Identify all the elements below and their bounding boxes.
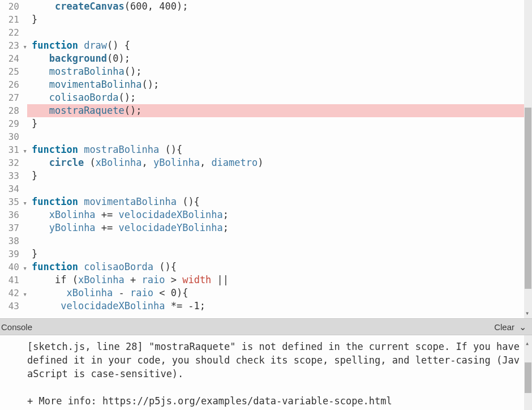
code-line[interactable]: 29} xyxy=(0,117,532,130)
gutter-line-number[interactable]: 25 xyxy=(0,65,27,78)
gutter-line-number[interactable]: 30 xyxy=(0,130,27,143)
fold-arrow-icon[interactable]: ▾ xyxy=(23,288,27,301)
fold-arrow-icon[interactable]: ▾ xyxy=(23,262,27,275)
scroll-down-icon[interactable]: ▾ xyxy=(525,309,529,317)
console-title: Console xyxy=(1,322,32,332)
gutter-line-number[interactable]: 36 xyxy=(0,208,27,221)
code-line[interactable]: 34 xyxy=(0,182,532,195)
code-content[interactable]: } xyxy=(27,169,532,182)
code-content[interactable]: mostraRaquete(); xyxy=(27,104,532,117)
code-content[interactable]: } xyxy=(27,247,532,260)
code-content[interactable]: circle (xBolinha, yBolinha, diametro) xyxy=(27,156,532,169)
gutter-line-number[interactable]: 33 xyxy=(0,169,27,182)
code-content[interactable]: function colisaoBorda (){ xyxy=(27,260,532,274)
gutter-line-number[interactable]: 32 xyxy=(0,156,27,169)
code-content[interactable]: xBolinha - raio < 0){ xyxy=(27,287,532,300)
code-line[interactable]: 36 xBolinha += velocidadeXBolinha; xyxy=(0,208,532,221)
code-content[interactable]: } xyxy=(27,117,532,130)
code-line[interactable]: 42▾ xBolinha - raio < 0){ xyxy=(0,287,532,300)
code-line[interactable]: 30 xyxy=(0,130,532,143)
gutter-line-number[interactable]: 23▾ xyxy=(0,39,27,52)
code-line[interactable]: 33} xyxy=(0,169,532,182)
gutter-line-number[interactable]: 43 xyxy=(0,300,27,313)
editor-scrollbar[interactable]: ▾ xyxy=(524,0,532,318)
gutter-line-number[interactable]: 34 xyxy=(0,182,27,195)
code-line[interactable]: 41 if (xBolinha + raio > width || xyxy=(0,274,532,287)
fold-arrow-icon[interactable]: ▾ xyxy=(23,197,27,210)
editor-pane: 20 createCanvas(600, 400);21}2223▾functi… xyxy=(0,0,532,318)
console-scrollbar[interactable]: ▴ xyxy=(524,335,532,410)
gutter-line-number[interactable]: 20 xyxy=(0,0,27,13)
scrollbar-thumb[interactable] xyxy=(525,362,531,393)
code-content[interactable]: colisaoBorda(); xyxy=(27,91,532,104)
console-header: Console Clear ⌄ xyxy=(0,318,532,335)
gutter-line-number[interactable]: 35▾ xyxy=(0,195,27,208)
code-line[interactable]: 21} xyxy=(0,13,532,26)
console-clear-button[interactable]: Clear xyxy=(494,322,514,332)
code-line[interactable]: 43 velocidadeXBolinha *= -1; xyxy=(0,300,532,313)
code-line[interactable]: 22 xyxy=(0,26,532,39)
code-line[interactable]: 28 mostraRaquete(); xyxy=(0,104,532,117)
code-content[interactable]: xBolinha += velocidadeXBolinha; xyxy=(27,208,532,221)
code-line[interactable]: 31▾function mostraBolinha (){ xyxy=(0,143,532,156)
fold-arrow-icon[interactable]: ▾ xyxy=(23,144,27,157)
console-body[interactable]: [sketch.js, line 28] "mostraRaquete" is … xyxy=(0,335,532,410)
fold-arrow-icon[interactable]: ▾ xyxy=(23,40,27,53)
code-line[interactable]: 35▾function movimentaBolinha (){ xyxy=(0,195,532,208)
console-toggle-icon[interactable]: ⌄ xyxy=(519,322,526,332)
gutter-line-number[interactable]: 24 xyxy=(0,52,27,65)
code-line[interactable]: 40▾function colisaoBorda (){ xyxy=(0,260,532,274)
code-content[interactable]: function mostraBolinha (){ xyxy=(27,143,532,156)
code-line[interactable]: 23▾function draw() { xyxy=(0,39,532,52)
code-content[interactable]: mostraBolinha(); xyxy=(27,65,532,78)
code-content[interactable]: movimentaBolinha(); xyxy=(27,78,532,91)
gutter-line-number[interactable]: 21 xyxy=(0,13,27,26)
gutter-line-number[interactable]: 29 xyxy=(0,117,27,130)
code-content[interactable]: function draw() { xyxy=(27,39,532,52)
gutter-line-number[interactable]: 40▾ xyxy=(0,260,27,274)
gutter-line-number[interactable]: 37 xyxy=(0,221,27,234)
gutter-line-number[interactable]: 42▾ xyxy=(0,287,27,300)
code-line[interactable]: 20 createCanvas(600, 400); xyxy=(0,0,532,13)
gutter-line-number[interactable]: 39 xyxy=(0,247,27,260)
code-line[interactable]: 39} xyxy=(0,247,532,260)
code-content[interactable]: if (xBolinha + raio > width || xyxy=(27,274,532,287)
gutter-line-number[interactable]: 31▾ xyxy=(0,143,27,156)
code-editor[interactable]: 20 createCanvas(600, 400);21}2223▾functi… xyxy=(0,0,532,318)
code-content[interactable]: yBolinha += velocidadeYBolinha; xyxy=(27,221,532,234)
gutter-line-number[interactable]: 41 xyxy=(0,274,27,287)
code-content[interactable]: } xyxy=(27,13,532,26)
gutter-line-number[interactable]: 26 xyxy=(0,78,27,91)
scrollbar-thumb[interactable] xyxy=(525,108,531,289)
code-line[interactable]: 24 background(0); xyxy=(0,52,532,65)
code-line[interactable]: 32 circle (xBolinha, yBolinha, diametro) xyxy=(0,156,532,169)
code-content[interactable]: velocidadeXBolinha *= -1; xyxy=(27,300,532,313)
gutter-line-number[interactable]: 27 xyxy=(0,91,27,104)
scroll-up-icon[interactable]: ▴ xyxy=(525,336,529,350)
code-line[interactable]: 37 yBolinha += velocidadeYBolinha; xyxy=(0,221,532,234)
code-content[interactable] xyxy=(27,26,532,39)
gutter-line-number[interactable]: 28 xyxy=(0,104,27,117)
code-line[interactable]: 38 xyxy=(0,234,532,247)
gutter-line-number[interactable]: 22 xyxy=(0,26,27,39)
code-content[interactable] xyxy=(27,130,532,143)
gutter-line-number[interactable]: 38 xyxy=(0,234,27,247)
code-line[interactable]: 25 mostraBolinha(); xyxy=(0,65,532,78)
code-line[interactable]: 27 colisaoBorda(); xyxy=(0,91,532,104)
code-content[interactable]: function movimentaBolinha (){ xyxy=(27,195,532,208)
code-line[interactable]: 26 movimentaBolinha(); xyxy=(0,78,532,91)
code-content[interactable] xyxy=(27,182,532,195)
code-content[interactable] xyxy=(27,234,532,247)
code-content[interactable]: createCanvas(600, 400); xyxy=(27,0,532,13)
console-message: [sketch.js, line 28] "mostraRaquete" is … xyxy=(27,340,524,408)
code-content[interactable]: background(0); xyxy=(27,52,532,65)
